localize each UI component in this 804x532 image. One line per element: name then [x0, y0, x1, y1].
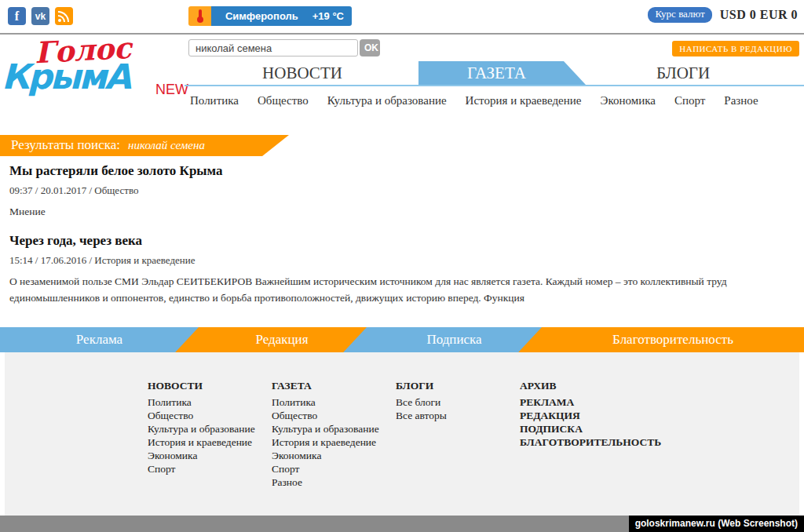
footer-tab-bar: Реклама Редакция Подписка Благотворитель… — [0, 327, 804, 352]
footer-link[interactable]: Спорт — [148, 462, 272, 476]
top-bar: f vk Симферополь +19 °C Курс валют USD 0… — [0, 0, 804, 35]
footer-link[interactable]: Все авторы — [396, 409, 520, 422]
footer-link[interactable]: Культура и образование — [272, 422, 396, 435]
footer-col-gazeta: ГАЗЕТА Политика Общество Культура и обра… — [272, 379, 396, 489]
weather-info: Симферополь +19 °C — [211, 6, 352, 26]
footer-link[interactable]: Спорт — [272, 462, 396, 476]
footer-col-archive: АРХИВ РЕКЛАМА РЕДАКЦИЯ ПОДПИСКА БЛАГОТВО… — [520, 379, 799, 489]
search-result-item: Через года, через века 15:14 / 17.06.201… — [9, 233, 795, 306]
currency-rates-button[interactable]: Курс валют — [648, 7, 711, 23]
weather-widget[interactable]: Симферополь +19 °C — [188, 6, 352, 26]
weather-temp: +19 °C — [312, 10, 352, 22]
thermometer-icon — [188, 6, 211, 26]
watermark-badge: goloskrimanew.ru (Web Screenshot) — [629, 516, 804, 532]
footer-link[interactable]: История и краеведение — [272, 435, 396, 449]
sub-nav: Политика Общество Культура и образование… — [190, 94, 804, 107]
article-meta: 09:37 / 20.01.2017 / Общество — [9, 184, 795, 197]
logo-new-badge: NEW — [155, 82, 188, 98]
weather-city: Симферополь — [211, 10, 312, 22]
results-query: николай семена — [128, 139, 205, 151]
footer-link[interactable]: ПОДПИСКА — [520, 422, 799, 435]
footer-tab-reklama[interactable]: Реклама — [0, 327, 199, 352]
subnav-politika[interactable]: Политика — [190, 94, 239, 107]
footer-link[interactable]: Общество — [148, 409, 272, 422]
footer-col-blogs: БЛОГИ Все блоги Все авторы — [396, 379, 520, 489]
bottom-bar: goloskrimanew.ru (Web Screenshot) — [0, 516, 804, 532]
currency-rates-value: USD 0 EUR 0 — [720, 8, 798, 22]
article-title[interactable]: Мы растеряли белое золото Крыма — [9, 163, 795, 179]
footer-link[interactable]: Экономика — [272, 449, 396, 462]
footer-col-news: НОВОСТИ Политика Общество Культура и обр… — [148, 379, 272, 489]
tab-gazeta-active[interactable]: ГАЗЕТА — [418, 61, 586, 85]
article-snippet: Мнение — [9, 203, 795, 220]
footer-link[interactable]: Культура и образование — [148, 422, 272, 435]
footer-link[interactable]: РЕКЛАМА — [520, 395, 799, 409]
footer-tab-podpiska[interactable]: Подписка — [367, 327, 542, 352]
subnav-obshchestvo[interactable]: Общество — [258, 94, 309, 107]
article-snippet: О незаменимой пользе СМИ Эльдар СЕИТБЕКИ… — [9, 273, 795, 306]
footer-col-gazeta-header[interactable]: ГАЗЕТА — [272, 379, 396, 392]
footer-link[interactable]: РЕДАКЦИЯ — [520, 409, 799, 422]
tab-blogs[interactable]: БЛОГИ — [608, 61, 758, 85]
footer-link[interactable]: Политика — [272, 395, 396, 409]
article-title[interactable]: Через года, через века — [9, 233, 795, 249]
footer-col-news-header[interactable]: НОВОСТИ — [148, 379, 272, 392]
footer-link[interactable]: Экономика — [148, 449, 272, 462]
article-meta: 15:14 / 17.06.2016 / История и краеведен… — [9, 254, 795, 267]
site-header: Голос КрымА NEW OK НАПИСАТЬ В РЕДАКЦИЮ Н… — [0, 35, 804, 135]
subnav-raznoe[interactable]: Разное — [724, 94, 758, 107]
footer-link[interactable]: БЛАГОТВОРИТЕЛЬНОСТЬ — [520, 435, 799, 449]
footer-link[interactable]: Все блоги — [396, 395, 520, 409]
search-results-list: Мы растеряли белое золото Крыма 09:37 / … — [9, 163, 795, 317]
rss-arc-large — [58, 11, 69, 22]
footer-link[interactable]: Политика — [148, 395, 272, 409]
subnav-kultura[interactable]: Культура и образование — [327, 94, 447, 107]
results-title: Результаты поиска: — [11, 137, 120, 152]
tab-news[interactable]: НОВОСТИ — [224, 61, 381, 85]
social-links: f vk — [8, 7, 73, 25]
subnav-ekonomika[interactable]: Экономика — [600, 94, 655, 107]
page: f vk Симферополь +19 °C Курс валют USD 0… — [0, 0, 804, 532]
logo-word-kryma: КрымА — [2, 60, 129, 94]
rss-icon[interactable] — [55, 7, 73, 25]
currency-block: Курс валют USD 0 EUR 0 — [648, 7, 798, 23]
search-ok-button[interactable]: OK — [360, 39, 380, 56]
facebook-icon[interactable]: f — [8, 7, 26, 25]
vk-icon[interactable]: vk — [31, 7, 49, 25]
footer-link[interactable]: Разное — [272, 476, 396, 489]
search-results-banner: Результаты поиска: николай семена — [0, 135, 289, 156]
footer-link[interactable]: История и краеведение — [148, 435, 272, 449]
search-input[interactable] — [188, 39, 358, 56]
footer-col-archive-header[interactable]: АРХИВ — [520, 379, 799, 392]
footer-tab-blagotvoritelnost[interactable]: Благотворительность — [542, 327, 804, 352]
subnav-sport[interactable]: Спорт — [674, 94, 705, 107]
main-nav: НОВОСТИ ГАЗЕТА БЛОГИ — [185, 61, 804, 86]
footer-col-blogs-header[interactable]: БЛОГИ — [396, 379, 520, 392]
subnav-istoriya[interactable]: История и краеведение — [466, 94, 582, 107]
footer-link[interactable]: Общество — [272, 409, 396, 422]
footer-tab-redaktsiya[interactable]: Редакция — [199, 327, 365, 352]
write-to-editors-button[interactable]: НАПИСАТЬ В РЕДАКЦИЮ — [672, 41, 799, 56]
search-result-item: Мы растеряли белое золото Крыма 09:37 / … — [9, 163, 795, 220]
site-logo[interactable]: Голос КрымА NEW — [0, 36, 185, 102]
footer-links-area: НОВОСТИ Политика Общество Культура и обр… — [5, 352, 799, 516]
